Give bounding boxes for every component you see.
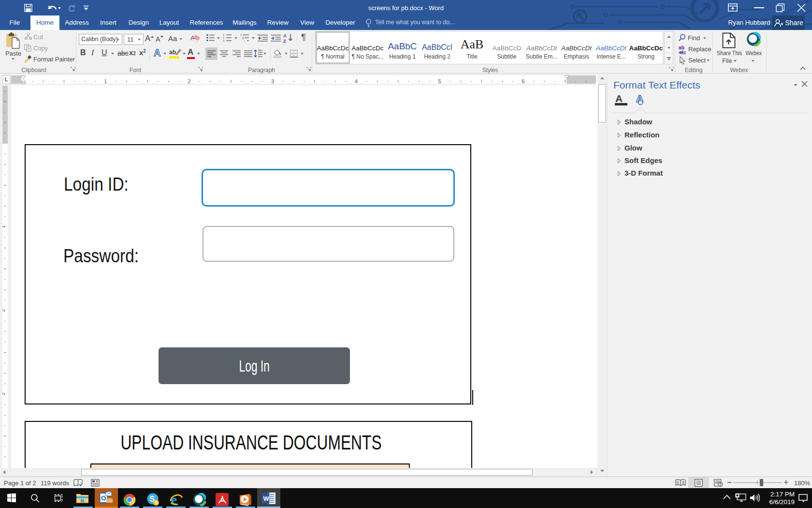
svg-text:ab: ab — [169, 49, 176, 56]
svg-text:3: 3 — [271, 78, 274, 84]
svg-text:1: 1 — [2, 225, 6, 228]
svg-text:4: 4 — [355, 78, 358, 84]
svg-text:W: W — [263, 495, 270, 502]
svg-text:5: 5 — [438, 78, 441, 84]
svg-text:ac: ac — [681, 49, 686, 55]
svg-text:1: 1 — [104, 78, 107, 84]
svg-text:O: O — [101, 494, 106, 502]
svg-text:Z: Z — [283, 38, 286, 43]
svg-text:3: 3 — [223, 39, 224, 42]
svg-text:A: A — [283, 33, 287, 38]
svg-text:i: i — [244, 39, 245, 42]
svg-text:2: 2 — [188, 78, 190, 84]
svg-text:6: 6 — [522, 78, 524, 84]
svg-text:3: 3 — [2, 392, 6, 395]
svg-text:2: 2 — [2, 309, 6, 312]
